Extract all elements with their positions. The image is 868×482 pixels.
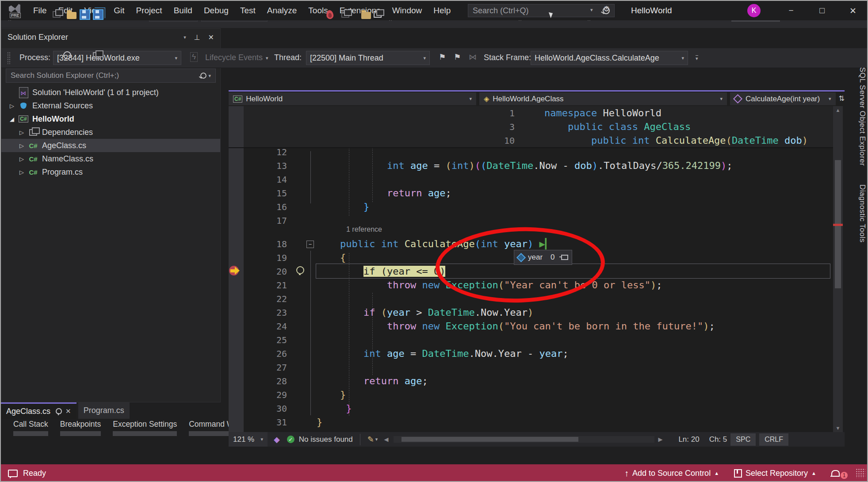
close-tab-icon[interactable]: ✕ [65, 407, 71, 415]
menu-item-window[interactable]: Window [386, 1, 428, 20]
window-position-chevron-icon[interactable]: ▾ [184, 34, 186, 40]
select-repository-button[interactable]: Select Repository ▲ [734, 469, 816, 478]
code-line-19[interactable]: 19 { [244, 251, 346, 264]
menu-item-analyze[interactable]: Analyze [261, 1, 303, 20]
stack-frame-dropdown[interactable]: HelloWorld.AgeClass.CalculateAge▾ [531, 51, 688, 65]
code-line-30[interactable]: 30 } [244, 402, 352, 415]
close-panel-icon[interactable]: ✕ [208, 33, 214, 42]
code-line-16[interactable]: 16 } [244, 200, 369, 214]
feedback-icon[interactable] [8, 470, 18, 477]
code-line-31[interactable]: 31} [244, 415, 322, 429]
thread-dropdown[interactable]: [22500] Main Thread▾ [306, 51, 430, 65]
code-line-13[interactable]: 13 int age = (int)((DateTime.Now - dob).… [244, 159, 733, 172]
menu-item-project[interactable]: Project [130, 1, 168, 20]
minimize-button[interactable]: − [778, 1, 804, 20]
expander-collapsed-icon[interactable]: ▷ [8, 103, 16, 109]
vertical-tab-sql-server-object-explorer[interactable]: SQL Server Object Explorer [848, 67, 867, 166]
code-line-17[interactable]: 17 [244, 214, 317, 227]
menu-item-debug[interactable]: Debug [198, 1, 234, 20]
notifications-bell-icon[interactable]: 1 [831, 467, 848, 479]
code-line-26[interactable]: 26 int age = DateTime.Now.Year - year; [244, 347, 569, 360]
issues-status[interactable]: No issues found [299, 435, 353, 444]
breadcrumb-project-dropdown[interactable]: C# HelloWorld▾ [229, 92, 476, 105]
tree-item-nameclass-cs[interactable]: ▷C#NameClass.cs [1, 152, 220, 165]
editor-vertical-scrollbar[interactable]: ▲ ▼ [833, 106, 843, 432]
menu-item-test[interactable]: Test [234, 1, 261, 20]
line-ending-indicator[interactable]: CRLF [759, 433, 788, 446]
sticky-line-1[interactable]: 1namespace HelloWorld [471, 106, 662, 120]
tree-item-helloworld[interactable]: ◢C#HelloWorld [1, 112, 220, 126]
sticky-line-3[interactable]: 3 public class AgeClass [471, 120, 691, 134]
panel-tab-exception-settings[interactable]: Exception Settings [113, 419, 177, 436]
hscroll-right-icon[interactable]: ▶ [658, 436, 662, 443]
menu-item-file[interactable]: File [27, 1, 53, 20]
code-line-29[interactable]: 29 } [244, 388, 346, 402]
code-line-23[interactable]: 23 if (year > DateTime.Now.Year) [244, 306, 533, 319]
spaces-indicator[interactable]: SPC [730, 433, 756, 446]
toolbar-overflow-chevron-icon[interactable]: ▾ [696, 55, 698, 61]
flag-threads-icon[interactable]: ⚑ [439, 52, 446, 62]
line-indicator[interactable]: Ln: 20 [678, 435, 699, 444]
tree-item-program-cs[interactable]: ▷C#Program.cs [1, 165, 220, 179]
navbar-splitter-icon[interactable]: ⇅ [839, 94, 845, 106]
panel-tab-call-stack[interactable]: Call Stack [13, 419, 48, 436]
current-statement-arrow-icon[interactable] [229, 265, 241, 276]
maximize-button[interactable]: □ [809, 1, 835, 20]
lifecycle-events-label[interactable]: Lifecycle Events [205, 53, 263, 62]
toolbar-drag-handle[interactable] [7, 52, 10, 64]
process-dropdown[interactable]: [32844] HelloWorld.exe▾ [53, 51, 181, 65]
tab-ageclass[interactable]: AgeClass.cs ✕ [1, 402, 76, 419]
tab-program[interactable]: Program.cs [78, 402, 130, 419]
search-options-chevron-icon[interactable]: ▾ [208, 73, 211, 79]
editor-options-gear-icon[interactable]: ⚙ [603, 4, 610, 14]
resize-grip[interactable] [856, 468, 865, 478]
sticky-line-10[interactable]: 10 public int CalculateAge(DateTime dob) [471, 134, 808, 147]
pin-icon[interactable]: ⊥ [194, 33, 200, 42]
close-button[interactable]: ✕ [840, 1, 866, 20]
expander-collapsed-icon[interactable]: ▷ [17, 156, 26, 162]
expander-collapsed-icon[interactable]: ▷ [17, 129, 26, 136]
menu-item-help[interactable]: Help [428, 1, 456, 20]
lifecycle-chevron-icon[interactable]: ▾ [266, 55, 268, 61]
editor-horizontal-scrollbar[interactable] [394, 436, 654, 443]
sticky-scroll[interactable]: 1namespace HelloWorld3 public class AgeC… [229, 106, 833, 148]
avatar[interactable]: K [747, 4, 761, 17]
panel-tab-breakpoints[interactable]: Breakpoints [60, 419, 101, 436]
scroll-down-icon[interactable]: ▼ [833, 425, 843, 431]
show-flagged-only-icon[interactable]: ⚑ [454, 52, 461, 62]
scroll-up-icon[interactable]: ▲ [833, 107, 843, 113]
save-icon[interactable] [79, 7, 91, 22]
code-line-15[interactable]: 15 return age; [244, 186, 451, 200]
quick-actions-lightbulb-icon[interactable] [296, 266, 304, 274]
zoom-level-dropdown[interactable]: 121 %▾ [229, 432, 268, 447]
column-indicator[interactable]: Ch: 5 [709, 435, 727, 444]
suspend-threads-icon[interactable]: ⋈ [469, 52, 477, 62]
code-cleanup-icon[interactable]: ✎ [367, 435, 374, 444]
code-line-25[interactable]: 25 [244, 333, 317, 347]
menu-item-build[interactable]: Build [168, 1, 198, 20]
expander-expanded-icon[interactable]: ◢ [8, 116, 16, 122]
breadcrumb-class-dropdown[interactable]: ◈ HelloWorld.AgeClass▾ [479, 92, 727, 105]
expander-collapsed-icon[interactable]: ▷ [17, 169, 26, 176]
solution-explorer-search-input[interactable]: Search Solution Explorer (Ctrl+;) ▾ [6, 69, 216, 83]
add-to-source-control-button[interactable]: ↑ Add to Source Control ▲ [624, 468, 719, 478]
vertical-tab-diagnostic-tools[interactable]: Diagnostic Tools [848, 184, 867, 242]
code-line-14[interactable]: 14 [244, 172, 317, 186]
code-line-24[interactable]: 24 throw new Exception("You can't be bor… [244, 319, 715, 333]
tree-item-dependencies[interactable]: ▷Dependencies [1, 126, 220, 139]
menu-item-git[interactable]: Git [108, 1, 130, 20]
tree-item-solution-helloworld-1-of-1-project[interactable]: ⋈Solution 'HelloWorld' (1 of 1 project) [1, 86, 220, 99]
codelens-references[interactable]: 1 reference [346, 226, 382, 233]
pin-tab-icon[interactable] [56, 408, 62, 414]
code-line-22[interactable]: 22 [244, 292, 317, 306]
code-cleanup-chevron-icon[interactable]: ▾ [375, 436, 378, 442]
hscroll-left-icon[interactable]: ◀ [384, 436, 388, 443]
code-line-28[interactable]: 28 return age; [244, 374, 428, 388]
outline-collapse-icon[interactable]: − [306, 241, 314, 248]
save-all-icon[interactable] [92, 7, 104, 22]
tree-item-ageclass-cs[interactable]: ▷C#AgeClass.cs [1, 139, 220, 152]
tab-list-chevron-icon[interactable]: ▾ [590, 7, 593, 13]
expander-collapsed-icon[interactable]: ▷ [17, 142, 26, 149]
code-line-27[interactable]: 27 [244, 360, 317, 374]
codelens-status-icon[interactable]: ◆ [274, 435, 280, 444]
